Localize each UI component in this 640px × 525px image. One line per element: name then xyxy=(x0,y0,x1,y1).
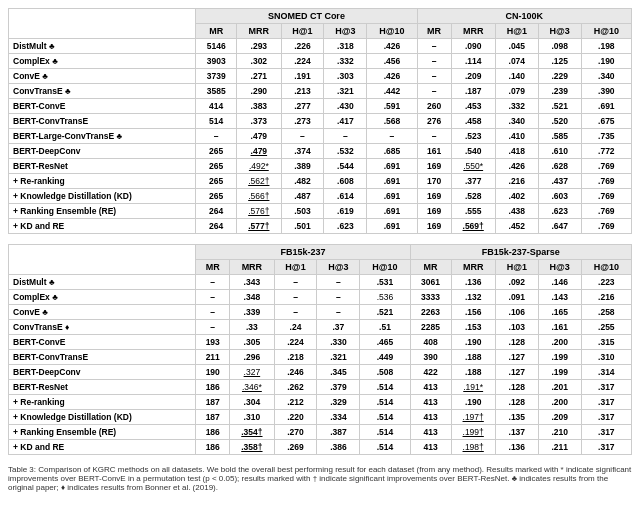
cell-value: .531 xyxy=(360,275,410,290)
cell-value: .310 xyxy=(581,350,631,365)
cell-value: .452 xyxy=(495,219,538,234)
cell-value: .216 xyxy=(581,290,631,305)
row-label: ComplEx ♣ xyxy=(9,54,196,69)
cell-value: .769 xyxy=(581,159,631,174)
cell-value: .520 xyxy=(538,114,581,129)
cell-value: .508 xyxy=(360,365,410,380)
cell-value: 3739 xyxy=(196,69,237,84)
cell-value: 413 xyxy=(410,425,451,440)
cell-value: – xyxy=(274,290,317,305)
cell-value: .143 xyxy=(538,290,581,305)
cell-value: .106 xyxy=(495,305,538,320)
cell-value: 187 xyxy=(196,395,230,410)
cell-value: .514 xyxy=(360,440,410,455)
mr-col2: MR xyxy=(417,24,451,39)
table-row: ComplEx ♣3903.302.224.332.456–.114.074.1… xyxy=(9,54,632,69)
row-label: BERT-ConvTransE xyxy=(9,114,196,129)
cell-value: .132 xyxy=(451,290,495,305)
cell-value: .390 xyxy=(581,84,631,99)
cell-value: .514 xyxy=(360,425,410,440)
cell-value: .479 xyxy=(237,144,281,159)
table-row: BERT-ConvTransE514.373.273.417.568276.45… xyxy=(9,114,632,129)
table-row: DistMult ♣5146.293.226.318.426–.090.045.… xyxy=(9,39,632,54)
cell-value: – xyxy=(196,129,237,144)
cell-value: .211 xyxy=(538,440,581,455)
cell-value: .315 xyxy=(581,335,631,350)
table-row: BERT-Large-ConvTransE ♣–.479––––.523.410… xyxy=(9,129,632,144)
h1-col3: H@1 xyxy=(274,260,317,275)
table-row: ConvE ♣3739.271.191.303.426–.209.140.229… xyxy=(9,69,632,84)
table-row: ConvTransE ♦–.33.24.37.512285.153.103.16… xyxy=(9,320,632,335)
cell-value: .079 xyxy=(495,84,538,99)
cell-value: .224 xyxy=(274,335,317,350)
cell-value: .226 xyxy=(281,39,324,54)
cell-value: .24 xyxy=(274,320,317,335)
cell-value: 3903 xyxy=(196,54,237,69)
mrr-col1: MRR xyxy=(237,24,281,39)
cell-value: 169 xyxy=(417,219,451,234)
cell-value: .772 xyxy=(581,144,631,159)
cell-value: .339 xyxy=(230,305,274,320)
cell-value: 265 xyxy=(196,159,237,174)
cell-value: .465 xyxy=(360,335,410,350)
cell-value: .332 xyxy=(495,99,538,114)
cell-value: .218 xyxy=(274,350,317,365)
cell-value: .685 xyxy=(367,144,417,159)
cell-value: .074 xyxy=(495,54,538,69)
cell-value: – xyxy=(367,129,417,144)
cell-value: .296 xyxy=(230,350,274,365)
cell-value: .585 xyxy=(538,129,581,144)
cell-value: – xyxy=(324,129,367,144)
cell-value: .521 xyxy=(360,305,410,320)
cell-value: .334 xyxy=(317,410,360,425)
cell-value: .536 xyxy=(360,290,410,305)
cell-value: .255 xyxy=(581,320,631,335)
cell-value: .482 xyxy=(281,174,324,189)
empty-header xyxy=(9,9,196,39)
cell-value: .258 xyxy=(581,305,631,320)
row-label: ConvE ♣ xyxy=(9,305,196,320)
cell-value: .198 xyxy=(581,39,631,54)
cell-value: .735 xyxy=(581,129,631,144)
snomed-cn-table: SNOMED CT Core CN-100K MR MRR H@1 H@3 H@… xyxy=(8,8,632,234)
table-row: BERT-ConvE193.305.224.330.465408.190.128… xyxy=(9,335,632,350)
table-row: BERT-DeepConv190.327.246.345.508422.188.… xyxy=(9,365,632,380)
cell-value: – xyxy=(281,129,324,144)
row-label: BERT-DeepConv xyxy=(9,365,196,380)
cell-value: – xyxy=(274,275,317,290)
cell-value: .329 xyxy=(317,395,360,410)
cell-value: .303 xyxy=(324,69,367,84)
cell-value: .045 xyxy=(495,39,538,54)
cell-value: .317 xyxy=(581,440,631,455)
snomed-ct-header: SNOMED CT Core xyxy=(196,9,417,24)
cell-value: .550* xyxy=(451,159,495,174)
cell-value: .383 xyxy=(237,99,281,114)
cell-value: .317 xyxy=(581,395,631,410)
cell-value: .426 xyxy=(367,69,417,84)
cell-value: .197† xyxy=(451,410,495,425)
table-row: + Knowledge Distillation (KD)187.310.220… xyxy=(9,410,632,425)
cell-value: – xyxy=(417,84,451,99)
cell-value: .223 xyxy=(581,275,631,290)
cell-value: 413 xyxy=(410,440,451,455)
cell-value: .190 xyxy=(581,54,631,69)
cell-value: 413 xyxy=(410,395,451,410)
row-label: + Ranking Ensemble (RE) xyxy=(9,204,196,219)
cell-value: .769 xyxy=(581,189,631,204)
cell-value: .310 xyxy=(230,410,274,425)
cell-value: .566† xyxy=(237,189,281,204)
cell-value: .426 xyxy=(367,39,417,54)
cell-value: .623 xyxy=(324,219,367,234)
cell-value: .098 xyxy=(538,39,581,54)
cell-value: .340 xyxy=(495,114,538,129)
table-row: DistMult ♣–.343––.5313061.136.092.146.22… xyxy=(9,275,632,290)
cell-value: .340 xyxy=(581,69,631,84)
cell-value: .456 xyxy=(367,54,417,69)
cell-value: .532 xyxy=(324,144,367,159)
h1-col4: H@1 xyxy=(495,260,538,275)
cell-value: – xyxy=(417,129,451,144)
cell-value: .262 xyxy=(274,380,317,395)
cell-value: 265 xyxy=(196,144,237,159)
cell-value: 169 xyxy=(417,204,451,219)
cell-value: – xyxy=(196,320,230,335)
